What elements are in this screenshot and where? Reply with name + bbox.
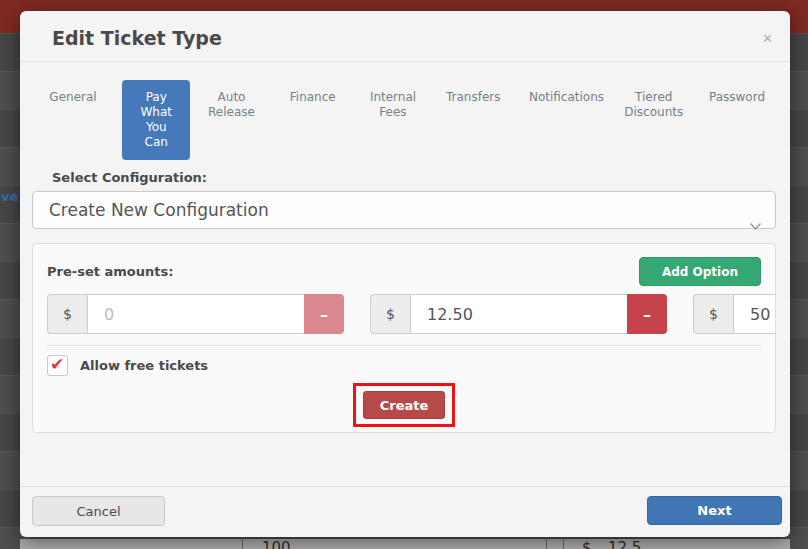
table-border — [546, 539, 547, 549]
tab-notifications[interactable]: Notifications — [523, 80, 611, 160]
select-configuration-label: Select Configuration: — [52, 170, 790, 185]
tab-finance[interactable]: Finance — [273, 80, 353, 160]
table-border — [242, 539, 243, 549]
tab-password[interactable]: Password — [697, 80, 777, 160]
amount-input-1[interactable] — [87, 294, 304, 334]
tab-internal-fees[interactable]: Internal Fees — [362, 80, 424, 160]
amount-row: $ – $ – $ – — [47, 294, 761, 334]
background-text-fragment: ve — [1, 189, 18, 204]
allow-free-tickets-checkbox[interactable]: ✔ — [47, 355, 68, 376]
allow-free-tickets-row: ✔ Allow free tickets — [47, 355, 761, 376]
remove-amount-button-1[interactable]: – — [304, 294, 344, 334]
amount-input-2[interactable] — [410, 294, 627, 334]
presets-panel: Pre-set amounts: Add Option $ – $ – $ – — [32, 243, 776, 433]
checkmark-icon: ✔ — [50, 354, 64, 374]
presets-header-row: Pre-set amounts: Add Option — [47, 257, 761, 286]
table-cell-currency: $ — [582, 540, 592, 549]
panel-divider — [47, 345, 761, 346]
click-target-annotation: Create — [353, 383, 456, 427]
create-row: Create — [47, 383, 761, 427]
configuration-selected-value: Create New Configuration — [49, 200, 269, 220]
allow-free-tickets-label: Allow free tickets — [80, 358, 208, 373]
currency-addon: $ — [693, 294, 733, 334]
modal-title: Edit Ticket Type — [52, 27, 222, 49]
table-cell-price: 12.5 — [608, 540, 641, 549]
amount-group-1: $ – — [47, 294, 344, 334]
amount-input-3[interactable] — [733, 294, 776, 334]
tab-bar: General Pay What You Can Auto Release Fi… — [33, 80, 777, 160]
tab-general[interactable]: General — [33, 80, 113, 160]
tab-pay-what-you-can[interactable]: Pay What You Can — [122, 80, 190, 160]
amount-group-2: $ – — [370, 294, 667, 334]
cancel-button[interactable]: Cancel — [32, 496, 165, 526]
chevron-down-icon — [749, 207, 762, 243]
amount-group-3: $ – — [693, 294, 776, 334]
table-cell-quantity: 100 — [262, 540, 291, 549]
tab-auto-release[interactable]: Auto Release — [200, 80, 264, 160]
currency-addon: $ — [47, 294, 87, 334]
background-table-fragment: 100 $ 12.5 — [20, 539, 790, 549]
close-icon[interactable]: ✕ — [762, 31, 773, 46]
next-button[interactable]: Next — [647, 496, 782, 525]
edit-ticket-type-modal: Edit Ticket Type ✕ General Pay What You … — [20, 11, 790, 537]
tab-tiered-discounts[interactable]: Tiered Discounts — [620, 80, 688, 160]
modal-header: Edit Ticket Type ✕ — [20, 11, 790, 62]
presets-heading: Pre-set amounts: — [47, 264, 173, 279]
table-border — [563, 539, 564, 549]
add-option-button[interactable]: Add Option — [639, 257, 761, 286]
modal-footer: Cancel Next — [20, 486, 790, 537]
remove-amount-button-2[interactable]: – — [627, 294, 667, 334]
configuration-select[interactable]: Create New Configuration — [32, 191, 776, 229]
tab-transfers[interactable]: Transfers — [433, 80, 513, 160]
create-button[interactable]: Create — [363, 391, 446, 419]
currency-addon: $ — [370, 294, 410, 334]
